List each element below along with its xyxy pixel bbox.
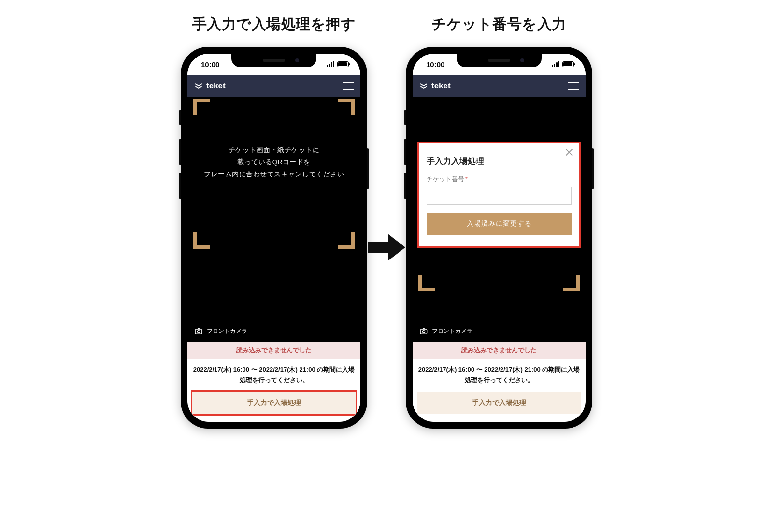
battery-icon: [562, 61, 574, 67]
frame-corner-icon: [563, 275, 580, 291]
camera-viewport: フロントカメラ 手入力入場処理 チケット番号* 入場済みに変更する: [413, 97, 586, 342]
arrow-right-icon: [368, 232, 405, 265]
battery-icon: [337, 61, 349, 67]
front-camera-toggle[interactable]: フロントカメラ: [194, 327, 247, 335]
camera-viewport: チケット画面・紙チケットに 載っているQRコードを フレーム内に合わせてスキャン…: [187, 97, 360, 342]
manual-entry-modal: 手入力入場処理 チケット番号* 入場済みに変更する: [417, 142, 581, 248]
brand-label: teket: [206, 81, 226, 91]
error-banner: 読み込みできませんでした: [413, 342, 586, 359]
heading-right: チケット番号を入力: [431, 14, 567, 34]
frame-corner-icon: [193, 232, 210, 249]
brand[interactable]: teket: [419, 81, 451, 91]
front-camera-label: フロントカメラ: [207, 327, 247, 335]
camera-icon: [419, 327, 428, 335]
signal-icon: [552, 61, 560, 67]
frame-corner-icon: [338, 99, 355, 115]
side-button: [404, 139, 406, 165]
signal-icon: [327, 61, 335, 67]
app-header: teket: [413, 75, 586, 97]
svg-rect-0: [195, 329, 202, 334]
status-time: 10:00: [426, 60, 444, 69]
side-button: [179, 110, 181, 125]
ticket-icon: [419, 82, 428, 90]
bottom-pane: 読み込みできませんでした 2022/2/17(木) 16:00 〜 2022/2…: [187, 342, 360, 422]
manual-entry-button[interactable]: 手入力で入場処理: [192, 392, 356, 414]
camera-icon: [194, 327, 203, 335]
required-mark: *: [465, 176, 468, 183]
side-button: [404, 110, 406, 125]
submit-button[interactable]: 入場済みに変更する: [427, 213, 572, 235]
side-button: [179, 173, 181, 199]
frame-corner-icon: [418, 275, 435, 291]
frame-corner-icon: [338, 232, 355, 249]
brand[interactable]: teket: [194, 81, 226, 91]
phone-frame-left: 10:00 teket: [181, 47, 367, 429]
scan-instruction: チケット画面・紙チケットに 載っているQRコードを フレーム内に合わせてスキャン…: [187, 144, 360, 181]
front-camera-label: フロントカメラ: [432, 327, 472, 335]
side-button: [404, 173, 406, 199]
ticket-icon: [194, 82, 203, 90]
side-button: [367, 148, 369, 189]
menu-icon[interactable]: [343, 82, 354, 90]
modal-title: 手入力入場処理: [427, 156, 572, 167]
bottom-pane: 読み込みできませんでした 2022/2/17(木) 16:00 〜 2022/2…: [413, 342, 586, 422]
brand-label: teket: [431, 81, 451, 91]
side-button: [179, 139, 181, 165]
app-header: teket: [187, 75, 360, 97]
scan-frame: [418, 257, 580, 291]
phone-frame-right: 10:00 teket: [406, 47, 592, 429]
svg-rect-2: [420, 329, 427, 334]
period-message: 2022/2/17(木) 16:00 〜 2022/2/17(木) 21:00 …: [413, 359, 586, 392]
phone-notch: [457, 54, 542, 67]
side-button: [592, 148, 594, 189]
phone-notch: [231, 54, 316, 67]
period-message: 2022/2/17(木) 16:00 〜 2022/2/17(木) 21:00 …: [187, 359, 360, 392]
status-time: 10:00: [201, 60, 219, 69]
front-camera-toggle[interactable]: フロントカメラ: [419, 327, 472, 335]
menu-icon[interactable]: [568, 82, 579, 90]
frame-corner-icon: [193, 99, 210, 115]
close-icon[interactable]: [564, 147, 574, 158]
svg-point-3: [422, 331, 425, 333]
ticket-number-label: チケット番号*: [427, 175, 572, 184]
ticket-number-input[interactable]: [427, 187, 572, 205]
heading-left: 手入力で入場処理を押す: [192, 14, 356, 34]
error-banner: 読み込みできませんでした: [187, 342, 360, 359]
svg-point-1: [197, 331, 200, 333]
manual-entry-button[interactable]: 手入力で入場処理: [417, 392, 581, 414]
